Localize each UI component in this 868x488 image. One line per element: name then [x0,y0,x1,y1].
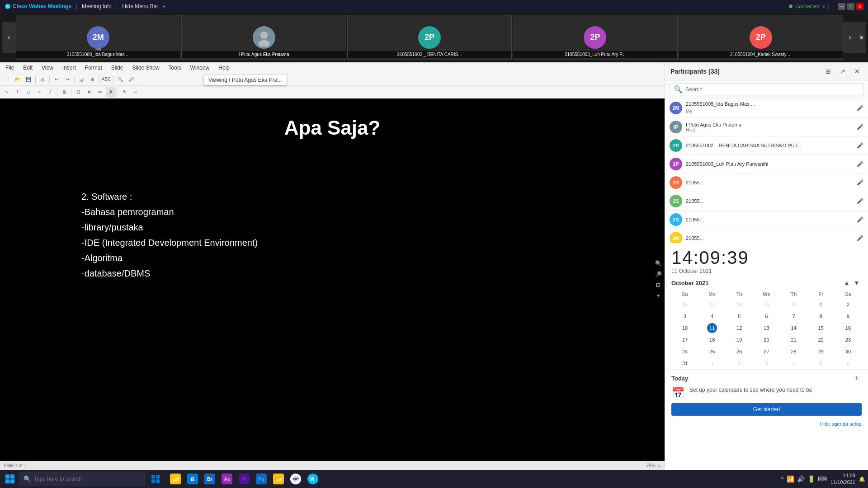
cal-day[interactable]: 22 [807,334,835,346]
cal-day[interactable]: 21 [780,334,807,346]
cal-day[interactable]: 20 [753,334,780,346]
cal-day[interactable]: 10 [671,322,698,334]
cal-day[interactable]: 24 [671,346,698,357]
start-menu-btn[interactable] [3,472,17,486]
tb-spell[interactable]: ABC [101,75,111,84]
datetime-display[interactable]: 14:09 11/10/2021 [830,472,855,486]
cal-day[interactable]: 6 [753,310,780,322]
cal-day[interactable]: 9 [835,310,862,322]
premiere-app[interactable]: Pr [236,471,252,487]
webex-taskbar-app[interactable]: W [305,471,321,487]
menu-format[interactable]: Format [83,64,104,72]
panel-popout-icon[interactable]: ↗ [837,66,848,77]
tb-undo[interactable]: ↩ [52,75,61,84]
cal-prev-btn[interactable]: ▲ [842,278,852,288]
notification-icon[interactable]: 🔔 [859,476,865,482]
cal-day[interactable]: 28 [726,299,753,310]
slide-tool-zoom-in[interactable]: 🔍 [654,259,663,268]
cal-day[interactable]: 2 [835,299,862,310]
tray-expand-icon[interactable]: ^ [781,475,784,483]
volume-icon[interactable]: 🔊 [797,475,805,483]
tb-chart[interactable]: 📊 [76,75,86,84]
cal-day[interactable]: 3 [671,310,698,322]
tb2-rect[interactable]: □ [24,87,33,97]
tb2-highlight[interactable]: ✏ [95,87,105,97]
cal-day[interactable]: 26 [726,346,753,357]
cal-day[interactable]: 2 [726,357,753,369]
menu-slide[interactable]: Slide [109,64,125,72]
adobe-bridge-app[interactable]: Br [202,471,218,487]
tb2-connect[interactable]: ⊠ [59,87,69,97]
panel-expand-icon[interactable]: ⊞ [823,66,834,77]
cal-day[interactable]: 12 [726,322,753,334]
tb2-rotate[interactable]: ↻ [120,87,130,97]
menu-insert[interactable]: Insert [61,64,78,72]
cal-next-btn[interactable]: ▼ [852,278,862,288]
keyboard-icon[interactable]: ⌨ [818,475,827,483]
cal-day[interactable]: 5 [726,310,753,322]
edge-app[interactable]: e [184,471,201,487]
tb-zoom-in[interactable]: 🔎 [126,75,136,84]
maximize-btn[interactable]: □ [847,3,854,10]
cal-day[interactable]: 17 [671,334,698,346]
slide-tool-zoom-fit[interactable]: ⊡ [654,281,663,290]
cal-day[interactable]: 1 [807,299,835,310]
cal-day[interactable]: 6 [835,357,862,369]
tb2-line[interactable]: ╱ [45,87,55,97]
cal-day[interactable]: 15 [807,322,835,334]
file-explorer-app[interactable]: 📁 [167,471,184,487]
cal-day[interactable]: 8 [807,310,835,322]
cal-day[interactable]: 16 [835,322,862,334]
tb2-font[interactable]: A [84,87,94,97]
menu-help[interactable]: Help [217,64,231,72]
tb-open[interactable]: 📂 [13,75,23,84]
tb-redo[interactable]: ↪ [62,75,72,84]
cal-day[interactable]: 27 [753,346,780,357]
cal-day[interactable]: 29 [753,299,780,310]
meeting-info-link[interactable]: Meeting Info [82,3,112,9]
slide-tool-zoom-out[interactable]: 🔎 [654,270,663,279]
cal-day[interactable]: 7 [780,310,807,322]
layout-btn[interactable]: ⊞ [857,22,866,53]
tb-zoom-out[interactable]: 🔍 [115,75,125,84]
menu-window[interactable]: Window [189,64,212,72]
tb2-flip[interactable]: ↔ [131,87,141,97]
zoom-plus-btn[interactable]: + [657,462,661,469]
slide-tool-add[interactable]: + [654,291,663,300]
taskbar-search-input[interactable] [34,476,141,482]
cal-day[interactable]: 13 [753,322,780,334]
cal-day[interactable]: 5 [807,357,835,369]
cal-day[interactable]: 23 [835,334,862,346]
panel-close-icon[interactable]: ✕ [852,66,863,77]
tb-table[interactable]: ⊞ [87,75,97,84]
cal-day[interactable]: 18 [698,334,726,346]
cal-day[interactable]: 29 [807,346,835,357]
tb-save[interactable]: 💾 [24,75,33,84]
menu-tools[interactable]: Tools [167,64,183,72]
tb2-select[interactable]: ↖ [2,87,12,97]
strip-prev-btn[interactable]: ‹ [2,22,16,53]
photoshop-app[interactable]: Ps [253,471,269,487]
chrome-app[interactable] [288,471,304,487]
cal-day[interactable]: 27 [698,299,726,310]
add-event-btn[interactable]: + [852,373,862,383]
hide-menu-bar-btn[interactable]: Hide Menu Bar [122,3,158,9]
tb2-text[interactable]: T [13,87,23,97]
get-started-btn[interactable]: Get started [671,403,862,416]
network-icon[interactable]: 📶 [787,475,794,483]
cal-day[interactable]: 28 [780,346,807,357]
cal-day[interactable]: 3 [753,357,780,369]
cal-day[interactable]: 4 [698,310,726,322]
cal-day[interactable]: 25 [698,346,726,357]
strip-next-btn[interactable]: › [843,22,857,53]
cal-day[interactable]: 30 [835,346,862,357]
tb2-circle[interactable]: ○ [34,87,44,97]
cal-day-today[interactable]: 11 [698,322,726,334]
tb-new[interactable]: 📄 [2,75,12,84]
close-btn[interactable]: ✕ [856,3,863,10]
menu-slideshow[interactable]: Slide Show [131,64,161,72]
cal-day[interactable]: 1 [698,357,726,369]
menu-file[interactable]: File [4,64,16,72]
after-effects-app[interactable]: Ae [219,471,235,487]
cal-day[interactable]: 26 [671,299,698,310]
